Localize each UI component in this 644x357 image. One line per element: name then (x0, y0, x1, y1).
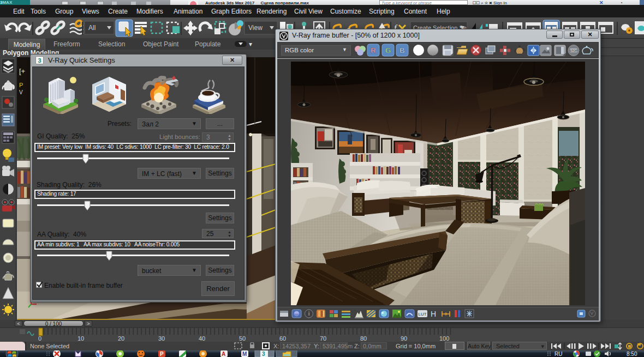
svg-text:100: 100 (439, 335, 449, 342)
svg-text:20: 20 (118, 335, 124, 342)
svg-text:10: 10 (77, 335, 84, 342)
svg-text:H: H (431, 310, 436, 318)
svg-text:RU: RU (554, 351, 562, 357)
svg-text:[+: [+ (19, 67, 25, 75)
svg-text:80: 80 (360, 335, 367, 342)
svg-text:G: G (385, 46, 391, 55)
svg-text:R: R (371, 46, 376, 55)
svg-text:STOP: STOP (570, 49, 578, 52)
svg-text:LUT: LUT (418, 312, 426, 317)
svg-text:V: V (19, 89, 23, 95)
svg-text:3: 3 (262, 351, 265, 357)
svg-text:B: B (399, 46, 404, 55)
svg-text:View: View (248, 24, 263, 32)
svg-text:All: All (88, 24, 96, 32)
svg-text:50: 50 (239, 335, 246, 342)
svg-text:70: 70 (320, 335, 326, 342)
svg-text:P: P (160, 351, 164, 357)
svg-text:8:50: 8:50 (627, 351, 637, 357)
svg-text:40: 40 (199, 335, 205, 342)
svg-text:M: M (242, 351, 247, 357)
svg-text:30: 30 (158, 335, 165, 342)
svg-text:60: 60 (279, 335, 286, 342)
svg-text:90: 90 (401, 335, 407, 342)
svg-text:i: i (308, 311, 309, 317)
svg-text:A: A (222, 351, 225, 357)
svg-text:P: P (19, 82, 23, 88)
svg-text:0: 0 (38, 335, 41, 342)
